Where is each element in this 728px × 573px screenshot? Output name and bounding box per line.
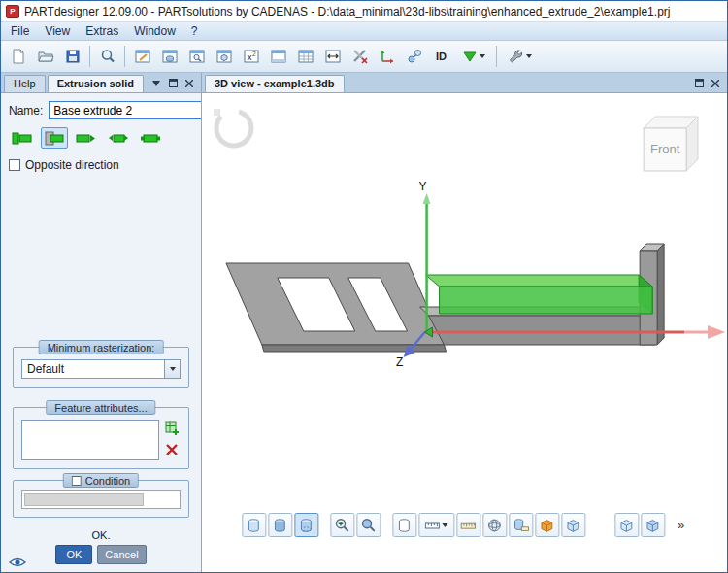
zoom-ball-button[interactable] bbox=[356, 513, 381, 537]
tab-extrusion-solid[interactable]: Extrusion solid bbox=[48, 75, 144, 92]
axis-y-label: Y bbox=[419, 180, 427, 193]
variable-x2-button[interactable]: x2 bbox=[238, 44, 264, 70]
panel-float-button[interactable] bbox=[166, 77, 180, 89]
ok-button[interactable]: OK bbox=[55, 545, 92, 564]
zoom-button[interactable] bbox=[94, 44, 120, 70]
cube-view-button[interactable] bbox=[561, 513, 585, 537]
preview-window-button[interactable] bbox=[183, 44, 210, 70]
opposite-direction-checkbox[interactable] bbox=[9, 159, 20, 171]
condition-field-disabled-fill bbox=[24, 493, 144, 506]
add-attribute-button[interactable] bbox=[163, 420, 181, 437]
menu-view[interactable]: View bbox=[37, 23, 78, 39]
feature-attributes-list[interactable] bbox=[21, 420, 159, 460]
cylinder-outline-icon bbox=[395, 517, 413, 534]
deactivate-tools-button[interactable] bbox=[347, 44, 373, 70]
magnifier-icon bbox=[99, 48, 116, 65]
id-display-button[interactable]: ID bbox=[428, 44, 454, 70]
orange-box-icon bbox=[538, 517, 555, 534]
extrusion-mode-2-button[interactable] bbox=[41, 127, 68, 149]
panel-close-button[interactable] bbox=[182, 77, 196, 89]
menu-help[interactable]: ? bbox=[183, 23, 206, 39]
coordinate-system-button[interactable] bbox=[374, 44, 400, 70]
cube-left-button[interactable] bbox=[614, 513, 639, 537]
extrude-direction-icon bbox=[107, 129, 130, 147]
toolbar-overflow-button[interactable]: » bbox=[675, 518, 687, 532]
cylinder-solid-button[interactable] bbox=[242, 513, 266, 537]
opposite-direction-row: Opposite direction bbox=[9, 158, 193, 172]
extrusion-mode-5-button[interactable] bbox=[137, 127, 164, 149]
minimum-rasterization-group: Minimum rasterization: Default bbox=[13, 347, 189, 388]
condition-checkbox[interactable] bbox=[72, 476, 82, 486]
coordinate-axes-icon bbox=[379, 48, 396, 65]
variable-x2-icon: x2 bbox=[243, 48, 260, 65]
measure-icon bbox=[424, 518, 440, 533]
extrusion-preview[interactable] bbox=[426, 275, 653, 314]
toolbar-separator bbox=[124, 46, 125, 67]
cube-left-icon bbox=[617, 517, 635, 534]
extrusion-mode-4-button[interactable] bbox=[105, 127, 132, 149]
extrusion-mode-3-button[interactable] bbox=[73, 127, 100, 149]
title-bar: P PARTdesigner 12.09.00 - PARTsolutions … bbox=[1, 1, 727, 22]
extrusion-panel-body: Name: bbox=[1, 93, 201, 572]
orientation-cube[interactable]: Front bbox=[644, 117, 698, 171]
condition-field[interactable] bbox=[21, 490, 181, 509]
tab-help[interactable]: Help bbox=[4, 75, 46, 92]
measure-cylinder-button[interactable] bbox=[509, 513, 533, 537]
remove-attribute-button[interactable] bbox=[163, 441, 181, 458]
app-icon: P bbox=[6, 5, 19, 18]
ruler-button[interactable] bbox=[456, 513, 480, 537]
wrench-icon bbox=[507, 48, 524, 65]
app-window: P PARTdesigner 12.09.00 - PARTsolutions … bbox=[0, 0, 728, 573]
menu-extras[interactable]: Extras bbox=[78, 23, 126, 39]
link-parts-button[interactable] bbox=[401, 44, 427, 70]
view-close-button[interactable] bbox=[709, 77, 722, 89]
mesh-sphere-button[interactable] bbox=[482, 513, 507, 537]
settings-wrench-dropdown-button[interactable] bbox=[501, 44, 538, 70]
visibility-eye-button[interactable] bbox=[9, 556, 26, 569]
rasterization-select[interactable]: Default bbox=[21, 359, 181, 379]
geometry-window-button[interactable] bbox=[156, 44, 182, 70]
extrusion-mode-1-button[interactable] bbox=[9, 127, 36, 149]
cancel-button[interactable]: Cancel bbox=[97, 545, 146, 564]
save-icon bbox=[64, 48, 82, 65]
cube-right-button[interactable] bbox=[641, 513, 665, 537]
clip-box-button[interactable] bbox=[535, 513, 559, 537]
menu-file[interactable]: File bbox=[3, 23, 37, 39]
chevron-down-icon bbox=[152, 81, 160, 86]
extrude-handles-icon bbox=[139, 129, 162, 147]
open-project-button[interactable] bbox=[32, 44, 58, 70]
extrude-offset-icon bbox=[75, 129, 98, 147]
orientation-label: Front bbox=[650, 142, 680, 156]
chevron-down-icon bbox=[170, 367, 176, 371]
new-document-button[interactable] bbox=[5, 44, 31, 70]
zoom-in-button[interactable] bbox=[330, 513, 354, 537]
view-float-button[interactable] bbox=[692, 77, 706, 89]
cylinder-shaded-button[interactable] bbox=[268, 513, 292, 537]
crossed-tools-icon bbox=[351, 48, 369, 65]
part-window-button[interactable] bbox=[211, 44, 237, 70]
part-window-icon bbox=[215, 48, 233, 65]
menu-window[interactable]: Window bbox=[126, 23, 183, 39]
cylinder-wireframe-button[interactable] bbox=[294, 513, 318, 537]
edit-window-button[interactable] bbox=[129, 44, 155, 70]
feature-attributes-row bbox=[21, 420, 181, 460]
close-icon bbox=[185, 80, 193, 87]
insert-dropdown-button[interactable] bbox=[455, 44, 492, 70]
dropdown-button[interactable] bbox=[164, 360, 180, 378]
viewport-3d[interactable]: Front bbox=[202, 93, 727, 572]
table-view-button[interactable] bbox=[292, 44, 318, 70]
panel-menu-button[interactable] bbox=[149, 77, 163, 89]
panel-window-button[interactable] bbox=[265, 44, 291, 70]
measure-dropdown-button[interactable] bbox=[418, 513, 454, 537]
value-range-table-button[interactable] bbox=[319, 44, 346, 70]
feature-attributes-title: Feature attributes... bbox=[46, 400, 155, 415]
status-text: OK. bbox=[1, 529, 201, 541]
cylinder-outline-button[interactable] bbox=[392, 513, 416, 537]
save-button[interactable] bbox=[59, 44, 85, 70]
panel-window-icon bbox=[270, 48, 287, 65]
close-icon bbox=[711, 80, 719, 87]
name-row: Name: bbox=[9, 101, 193, 119]
name-input[interactable] bbox=[49, 101, 201, 119]
tab-3d-view[interactable]: 3D view - example1.3db bbox=[205, 75, 345, 92]
toolbar-separator bbox=[496, 46, 497, 67]
